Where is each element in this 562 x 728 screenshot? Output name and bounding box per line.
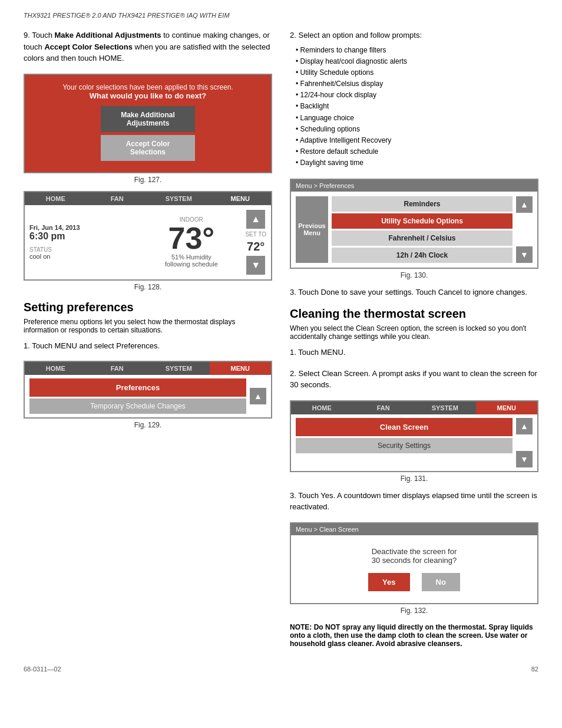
make-additional-label: Make Additional Adjustments <box>55 31 161 39</box>
cleaning-3-text: Touch Yes. A countdown timer displays el… <box>290 491 537 512</box>
list-item: Fahrenheit/Celsius display <box>296 78 538 90</box>
pref-up-arrow[interactable]: ▲ <box>250 388 266 404</box>
accept-color-btn[interactable]: Accept Color Selections <box>101 135 195 161</box>
fig130-up-arrow[interactable]: ▲ <box>516 196 533 213</box>
step-3-right: 3. Touch Done to save your settings. Tou… <box>290 286 538 298</box>
fig129-nav: HOME FAN SYSTEM MENU <box>25 362 271 375</box>
cleaning-step-1: 1. Touch MENU. <box>290 347 538 358</box>
temp-down-arrow[interactable]: ▼ <box>246 256 265 275</box>
list-item: Adaptive Intelligent Recovery <box>296 135 538 146</box>
fig-130-box: Menu > Preferences Previous Menu Reminde… <box>290 179 538 269</box>
temp-schedule-item[interactable]: Temporary Schedule Changes <box>29 398 246 414</box>
fig130-down-arrow[interactable]: ▼ <box>516 246 533 263</box>
list-item: Reminders to change filters <box>296 45 538 56</box>
setting-preferences-intro: Preference menu options let you select h… <box>24 318 272 334</box>
cleaning-step-3: 3. Touch Yes. A countdown timer displays… <box>290 490 538 513</box>
fig132-header: Menu > Clean Screen <box>291 523 537 535</box>
pref-nav-system: SYSTEM <box>148 362 210 375</box>
fig-132-label: Fig. 132. <box>290 607 538 615</box>
list-item: Restore default schedule <box>296 146 538 157</box>
set-to-value: 72° <box>247 240 265 253</box>
status-value: cool on <box>29 253 137 260</box>
temp-up-arrow[interactable]: ▲ <box>246 210 265 229</box>
fig128-body: Fri, Jun 14, 2013 6:30 pm STATUS cool on… <box>25 205 271 279</box>
step-2-text: Select an option and follow prompts: <box>298 31 422 39</box>
cleaning-step-2: 2. Select Clean Screen. A prompt asks if… <box>290 368 538 391</box>
page-header: THX9321 PRESTIGE® 2.0 AND THX9421 PRESTI… <box>24 12 538 19</box>
fig130-prev-btn[interactable]: Previous Menu <box>296 196 328 263</box>
pref-items-list: Preferences Temporary Schedule Changes <box>29 378 246 414</box>
fig130-fahrenheit[interactable]: Fahrenheit / Celsius <box>332 230 513 246</box>
fig131-body: Clean Screen Security Settings ▲ ▼ <box>291 414 537 471</box>
fig131-down-arrow[interactable]: ▼ <box>516 451 533 467</box>
thermo-time: 6:30 pm <box>29 231 137 242</box>
step-9: 9. Touch Make Additional Adjustments to … <box>24 29 272 64</box>
list-item: Language choice <box>296 113 538 124</box>
pref-scroll-arrows: ▲ <box>250 388 266 404</box>
step-3-text: Touch Done to save your settings. Touch … <box>298 288 527 297</box>
fig-128-label: Fig. 128. <box>24 283 272 291</box>
step-2-number: 2. <box>290 31 296 39</box>
nav-menu[interactable]: MENU <box>210 192 272 205</box>
list-item: Utility Schedule options <box>296 67 538 78</box>
list-item: Daylight saving time <box>296 157 538 169</box>
note-box: NOTE: Do NOT spray any liquid directly o… <box>290 623 538 648</box>
list-item: Backlight <box>296 101 538 112</box>
fig130-reminders[interactable]: Reminders <box>332 196 513 212</box>
pref-nav-menu[interactable]: MENU <box>210 362 272 375</box>
options-list: Reminders to change filters Display heat… <box>290 45 538 169</box>
preferences-item[interactable]: Preferences <box>29 378 246 397</box>
security-settings-item[interactable]: Security Settings <box>296 438 513 453</box>
list-item: Scheduling options <box>296 124 538 135</box>
following-schedule: following schedule <box>137 261 245 268</box>
step-2-right: 2. Select an option and follow prompts: … <box>290 29 538 169</box>
fig131-items: Clean Screen Security Settings <box>296 418 513 453</box>
list-item: 12/24-hour clock display <box>296 90 538 101</box>
fig130-items: Reminders Utility Schedule Options Fahre… <box>332 196 513 263</box>
make-additional-btn[interactable]: Make Additional Adjustments <box>101 106 195 132</box>
fig132-body: Deactivate the screen for 30 seconds for… <box>291 535 537 603</box>
yes-button[interactable]: Yes <box>368 573 409 591</box>
pref-nav-fan: FAN <box>87 362 148 375</box>
fig131-nav-home: HOME <box>291 401 353 414</box>
nav-system: SYSTEM <box>148 192 210 205</box>
thermo-center-info: INDOOR 73° 51% Humidity following schedu… <box>137 216 245 268</box>
fig131-nav-menu[interactable]: MENU <box>476 401 538 414</box>
fig132-buttons: Yes No <box>297 573 531 591</box>
cleaning-1-text: Touch MENU. <box>298 348 345 357</box>
status-label: STATUS <box>29 246 137 253</box>
no-button[interactable]: No <box>422 573 460 591</box>
fig130-body: Previous Menu Reminders Utility Schedule… <box>291 192 537 268</box>
cleaning-heading: Cleaning the thermostat screen <box>290 307 538 321</box>
fig130-utility[interactable]: Utility Schedule Options <box>332 213 513 229</box>
fig-129-box: HOME FAN SYSTEM MENU Preferences Tempora… <box>24 361 272 419</box>
step-1-pref: 1. Touch MENU and select Preferences. <box>24 340 272 352</box>
step-9-number: 9. <box>24 31 30 39</box>
fig131-up-arrow[interactable]: ▲ <box>516 418 533 434</box>
fig-130-label: Fig. 130. <box>290 271 538 279</box>
clean-screen-item[interactable]: Clean Screen <box>296 418 513 436</box>
page-footer: 68-0311—02 82 <box>24 666 538 673</box>
cleaning-intro: When you select the Clean Screen option,… <box>290 324 538 341</box>
temp-display: 73° <box>137 223 245 253</box>
fig127-top-text: Your color selections have been applied … <box>31 83 265 100</box>
fig131-nav: HOME FAN SYSTEM MENU <box>291 401 537 414</box>
fig131-nav-fan: FAN <box>353 401 415 414</box>
set-to-label: SET TO <box>245 231 266 238</box>
fig131-arrows: ▲ ▼ <box>516 418 533 467</box>
fig-131-label: Fig. 131. <box>290 475 538 483</box>
fig128-nav: HOME FAN SYSTEM MENU <box>25 192 271 205</box>
list-item: Display heat/cool diagnostic alerts <box>296 56 538 67</box>
cleaning-2-text: Select Clean Screen. A prompt asks if yo… <box>290 369 537 390</box>
step-3-number: 3. <box>290 288 296 297</box>
fig-127-content: Your color selections have been applied … <box>25 75 271 172</box>
fig129-body: Preferences Temporary Schedule Changes ▲ <box>25 375 271 417</box>
fig132-question: Deactivate the screen for 30 seconds for… <box>297 547 531 565</box>
note-text: Do NOT spray any liquid directly on the … <box>290 623 533 648</box>
humidity-display: 51% Humidity <box>137 253 245 261</box>
fig-127-label: Fig. 127. <box>24 176 272 184</box>
setting-preferences-heading: Setting preferences <box>24 301 272 314</box>
fig130-clock[interactable]: 12h / 24h Clock <box>332 248 513 263</box>
cleaning-3-number: 3. <box>290 491 296 500</box>
thermo-date: Fri, Jun 14, 2013 <box>29 224 137 231</box>
